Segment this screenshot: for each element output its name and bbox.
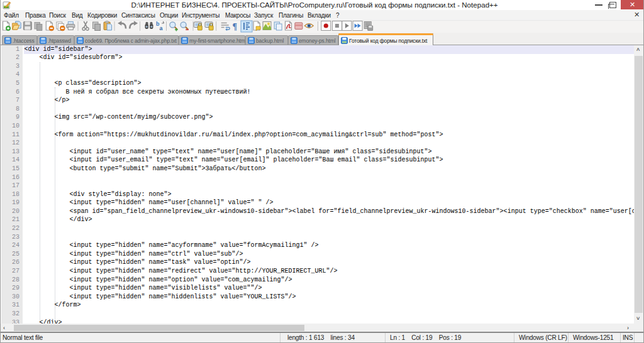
svg-text:¶: ¶ <box>233 22 238 31</box>
svg-text:a: a <box>160 25 164 31</box>
